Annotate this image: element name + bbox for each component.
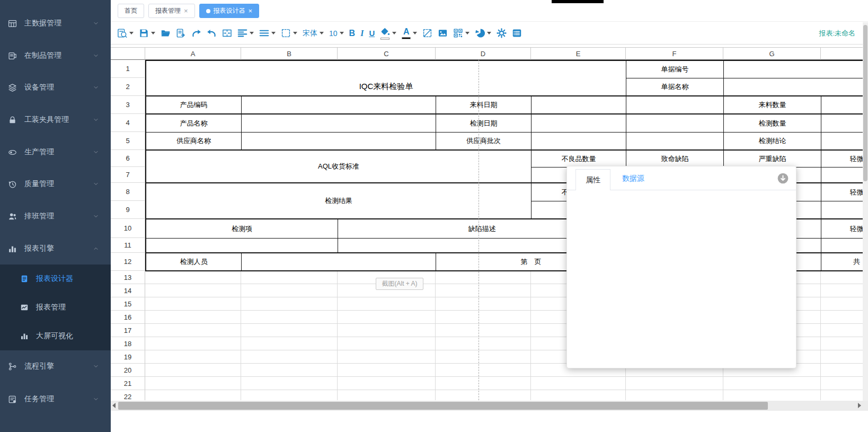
cell-A11[interactable] [145, 238, 338, 253]
cell-B19[interactable] [241, 350, 338, 364]
cell-D18[interactable] [436, 337, 531, 350]
cell-B21[interactable] [241, 377, 338, 390]
sidebar-item-8[interactable]: 流程引擎 [0, 350, 111, 382]
save-button[interactable] [138, 27, 156, 40]
row-header-10[interactable]: 10 [111, 219, 145, 238]
row-header-18[interactable]: 18 [111, 337, 145, 350]
vertical-scrollbar[interactable] [863, 22, 868, 401]
fill-color-button[interactable] [379, 25, 397, 41]
cell-D20[interactable] [436, 364, 531, 377]
cell-A22[interactable] [145, 390, 241, 400]
sidebar-subitem-0[interactable]: 报表设计器 [0, 265, 111, 293]
cell-G6[interactable]: 严重缺陷 [723, 150, 821, 167]
font-color-button[interactable]: A [401, 25, 418, 41]
cell-F3[interactable] [626, 96, 724, 114]
cell-H21[interactable] [821, 377, 863, 390]
row-header-19[interactable]: 19 [111, 350, 145, 364]
cell-H4[interactable] [821, 114, 863, 133]
horizontal-scrollbar[interactable] [111, 401, 868, 411]
cell-H20[interactable] [821, 364, 863, 377]
row-header-20[interactable]: 20 [111, 364, 145, 377]
cell-C21[interactable] [338, 377, 436, 390]
cell-F4[interactable] [626, 114, 724, 133]
column-header-E[interactable]: E [531, 47, 626, 60]
cell-A10[interactable]: 检测项 [145, 219, 338, 239]
gear-button[interactable] [495, 27, 508, 40]
cell-C18[interactable] [338, 337, 436, 350]
cell-D13[interactable] [436, 271, 531, 284]
row-header-2[interactable]: 2 [111, 78, 145, 96]
font-family-select[interactable]: 宋体 [302, 27, 325, 40]
open-folder-button[interactable] [160, 27, 172, 40]
select-all-corner[interactable] [111, 47, 145, 60]
cell-B15[interactable] [241, 297, 338, 311]
merge-cells-button[interactable] [221, 27, 233, 40]
cell-G22[interactable] [723, 390, 821, 400]
cell-B17[interactable] [241, 324, 338, 337]
cell-A8[interactable]: 检测结果 [145, 183, 532, 219]
sidebar-subitem-1[interactable]: 报表管理 [0, 293, 111, 322]
cell-F5[interactable] [626, 132, 724, 151]
cell-A14[interactable] [145, 284, 241, 297]
cell-C17[interactable] [338, 324, 436, 337]
cell-D16[interactable] [436, 311, 531, 324]
row-header-21[interactable]: 21 [111, 377, 145, 390]
sidebar-item-4[interactable]: 生产管理 [0, 136, 111, 168]
underline-button[interactable]: U [368, 27, 376, 39]
cell-A20[interactable] [145, 364, 241, 377]
row-header-5[interactable]: 5 [111, 132, 145, 150]
cell-F1[interactable]: 单据编号 [626, 60, 724, 78]
cell-B18[interactable] [241, 337, 338, 350]
cell-G2[interactable] [723, 78, 863, 96]
cell-H13[interactable] [821, 271, 863, 284]
cell-D21[interactable] [436, 377, 531, 390]
cell-H9[interactable] [821, 201, 863, 219]
font-size-select[interactable]: 10 [328, 28, 345, 39]
row-header-11[interactable]: 11 [111, 238, 145, 253]
tab-properties[interactable]: 属性 [575, 169, 610, 190]
cell-E21[interactable] [531, 377, 626, 390]
row-header-7[interactable]: 7 [111, 167, 145, 183]
cell-F2[interactable]: 单据名称 [626, 78, 724, 96]
image-button[interactable] [437, 27, 449, 40]
tab-datasource[interactable]: 数据源 [622, 166, 644, 190]
column-header-F[interactable]: F [626, 47, 723, 60]
qrcode-button[interactable] [452, 27, 471, 40]
cell-H3[interactable] [821, 96, 863, 114]
tab-2[interactable]: 报表设计器× [199, 4, 260, 18]
vertical-scroll-thumb[interactable] [863, 25, 867, 181]
cell-C22[interactable] [338, 390, 436, 400]
cell-A5[interactable]: 供应商名称 [145, 132, 242, 151]
row-header-14[interactable]: 14 [111, 284, 145, 297]
cell-D15[interactable] [436, 297, 531, 311]
align-button[interactable] [236, 27, 255, 40]
cell-H14[interactable] [821, 284, 863, 297]
cell-E3[interactable] [531, 96, 626, 114]
close-tab-icon[interactable]: × [184, 7, 188, 14]
cell-H5[interactable] [821, 132, 863, 151]
horizontal-scroll-thumb[interactable] [118, 402, 768, 410]
cell-A17[interactable] [145, 324, 241, 337]
cell-D19[interactable] [436, 350, 531, 364]
sidebar-item-5[interactable]: 质量管理 [0, 168, 111, 200]
row-header-22[interactable]: 22 [111, 390, 145, 400]
clear-border-button[interactable] [421, 27, 433, 40]
cell-H18[interactable] [821, 337, 863, 350]
cell-H17[interactable] [821, 324, 863, 337]
cell-C20[interactable] [338, 364, 436, 377]
row-header-8[interactable]: 8 [111, 183, 145, 201]
row-header-6[interactable]: 6 [111, 150, 145, 167]
cell-F6[interactable]: 致命缺陷 [626, 150, 724, 167]
cell-G5[interactable]: 检测结论 [723, 132, 821, 151]
sidebar-item-1[interactable]: 在制品管理 [0, 40, 111, 72]
cell-D22[interactable] [436, 390, 531, 400]
export-button[interactable] [175, 27, 187, 40]
cell-H12[interactable]: 共 页 [821, 253, 863, 271]
column-header-C[interactable]: C [338, 47, 436, 60]
cell-B13[interactable] [241, 271, 338, 284]
column-header-H[interactable] [821, 47, 863, 60]
cell-F22[interactable] [626, 390, 723, 400]
sidebar-item-0[interactable]: 主数据管理 [0, 7, 111, 39]
cell-F21[interactable] [626, 377, 723, 390]
cell-A6[interactable]: AQL收货标准 [145, 150, 532, 183]
